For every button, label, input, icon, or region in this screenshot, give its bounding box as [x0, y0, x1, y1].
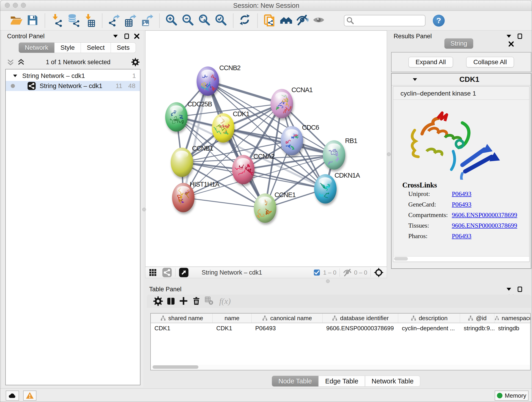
network-row[interactable]: String Network – cdk1 11 48 [6, 81, 140, 91]
table-gear-button[interactable] [152, 295, 165, 307]
network-graph[interactable]: CCNB2CCNA1CDC25BCDK1CDC6RB1CCNB1CCNA2CDK… [146, 31, 387, 267]
table-scrollbar[interactable] [151, 365, 530, 370]
collapse-icon[interactable] [412, 76, 418, 83]
zoom-selected-button[interactable] [215, 14, 228, 27]
network-node-CCNB1[interactable] [171, 148, 193, 177]
column-header--id[interactable]: @id [460, 313, 494, 323]
grid-view-icon[interactable] [149, 268, 157, 277]
column-header-shared-name[interactable]: shared name [151, 313, 213, 323]
collapse-all-button[interactable]: Collapse All [466, 57, 514, 67]
import-database-button[interactable] [67, 14, 80, 27]
close-window-button[interactable] [5, 3, 10, 8]
network-node-CCNA1[interactable] [271, 89, 293, 118]
crosslink-link[interactable]: 9606.ENSP00000378699 [452, 222, 517, 229]
warnings-button[interactable] [23, 390, 36, 401]
gear-icon[interactable] [131, 58, 139, 66]
crosslink-link[interactable]: P06493 [452, 232, 472, 240]
main-toolbar: ? [0, 11, 532, 31]
column-header-description[interactable]: description [398, 313, 460, 323]
close-panel-icon[interactable] [133, 33, 140, 40]
panel-menu-icon[interactable] [505, 33, 512, 40]
zoom-fit-button[interactable] [198, 14, 211, 27]
cloud-status-button[interactable] [6, 390, 19, 401]
show-columns-button[interactable] [165, 295, 177, 307]
network-node-CCNA2[interactable] [232, 155, 254, 184]
duplicate-network-button[interactable] [263, 14, 276, 27]
cloud-icon [8, 391, 17, 400]
column-header-database-identifier[interactable]: database identifier [323, 313, 398, 323]
export-network-button[interactable] [108, 14, 121, 27]
first-neighbors-button[interactable] [279, 14, 293, 27]
vertical-splitter-handle[interactable] [387, 153, 391, 156]
expand-all-button[interactable]: Expand All [409, 57, 453, 67]
table-panel-title: Table Panel [149, 286, 181, 293]
tab-style[interactable]: Style [55, 42, 81, 53]
import-table-button[interactable] [83, 14, 97, 27]
panel-menu-icon[interactable] [505, 286, 512, 293]
tab-node-table[interactable]: Node Table [272, 376, 318, 387]
selected-checkbox-icon[interactable] [313, 269, 320, 276]
share-view-icon[interactable] [162, 268, 172, 278]
tab-edge-table[interactable]: Edge Table [318, 376, 365, 387]
float-panel-icon[interactable] [516, 33, 523, 40]
delete-column-button[interactable] [190, 295, 203, 307]
network-node-CCNE1[interactable] [254, 193, 276, 223]
add-column-button[interactable] [177, 295, 190, 307]
tab-sets[interactable]: Sets [111, 42, 136, 53]
column-header-name[interactable]: name [213, 313, 252, 323]
network-node-CDC25B[interactable] [165, 102, 188, 132]
tab-select[interactable]: Select [81, 42, 111, 53]
results-scrollbar[interactable] [394, 256, 529, 261]
hidden-eye-icon[interactable] [343, 268, 352, 277]
horizontal-splitter-handle[interactable] [326, 279, 330, 283]
save-session-button[interactable] [26, 14, 39, 27]
tab-string[interactable]: String [444, 38, 473, 49]
panel-menu-icon[interactable] [112, 33, 119, 40]
crosslink-link[interactable]: P06493 [452, 201, 472, 208]
refresh-button[interactable] [239, 14, 252, 27]
collapse-all-icon[interactable] [7, 58, 14, 66]
collection-label: String Network – cdk1 [22, 72, 85, 80]
expand-all-icon[interactable] [17, 58, 25, 66]
crosslink-link[interactable]: P06493 [452, 190, 472, 198]
close-panel-icon[interactable] [508, 41, 515, 47]
minimize-window-button[interactable] [13, 3, 18, 8]
float-panel-icon[interactable] [516, 286, 523, 293]
maximize-window-button[interactable] [21, 3, 26, 8]
export-image-button[interactable] [141, 14, 154, 27]
network-node-CDC6[interactable] [281, 126, 303, 155]
control-panel-title: Control Panel [7, 33, 45, 40]
open-session-button[interactable] [10, 14, 23, 27]
export-table-button[interactable] [124, 14, 138, 27]
crosslink-link[interactable]: 9606.ENSP00000378699 [452, 211, 517, 219]
network-collection-row[interactable]: String Network – cdk1 1 [6, 71, 140, 81]
node-table[interactable]: shared namenamecanonical namedatabase id… [150, 313, 531, 370]
column-header-canonical-name[interactable]: canonical name [252, 313, 323, 323]
show-all-button[interactable] [312, 14, 326, 27]
delete-table-button[interactable] [203, 295, 216, 307]
collapse-icon[interactable] [12, 73, 18, 79]
network-node-CCNB2[interactable] [196, 66, 219, 96]
network-node-RB1[interactable] [323, 140, 345, 170]
gene-section-header[interactable]: CDK1 [392, 74, 531, 85]
tab-network[interactable]: Network [19, 42, 55, 53]
open-in-new-window-icon[interactable] [179, 268, 189, 278]
network-node-CDK1[interactable] [212, 113, 234, 143]
memory-button[interactable]: Memory [495, 390, 529, 401]
column-header-namespace[interactable]: namespace [494, 313, 531, 323]
share-icon [72, 20, 80, 27]
float-panel-icon[interactable] [123, 33, 130, 40]
import-network-button[interactable] [51, 14, 64, 27]
table-row[interactable]: CDK1CDK1P064939606.ENSP00000378699cyclin… [151, 323, 530, 333]
hide-selected-button[interactable] [296, 14, 309, 27]
network-view-canvas[interactable]: CCNB2CCNA1CDC25BCDK1CDC6RB1CCNB1CCNA2CDK… [145, 31, 387, 267]
zoom-in-button[interactable] [165, 14, 178, 27]
vertical-splitter-handle[interactable] [142, 208, 146, 211]
tab-network-table[interactable]: Network Table [365, 376, 420, 387]
help-button[interactable]: ? [433, 15, 445, 27]
function-builder-button[interactable]: f(x) [219, 296, 231, 306]
zoom-out-button[interactable] [181, 14, 195, 27]
network-node-CDKN1A[interactable] [314, 174, 336, 204]
search-input[interactable] [356, 17, 422, 24]
crosshair-icon[interactable] [374, 268, 384, 277]
